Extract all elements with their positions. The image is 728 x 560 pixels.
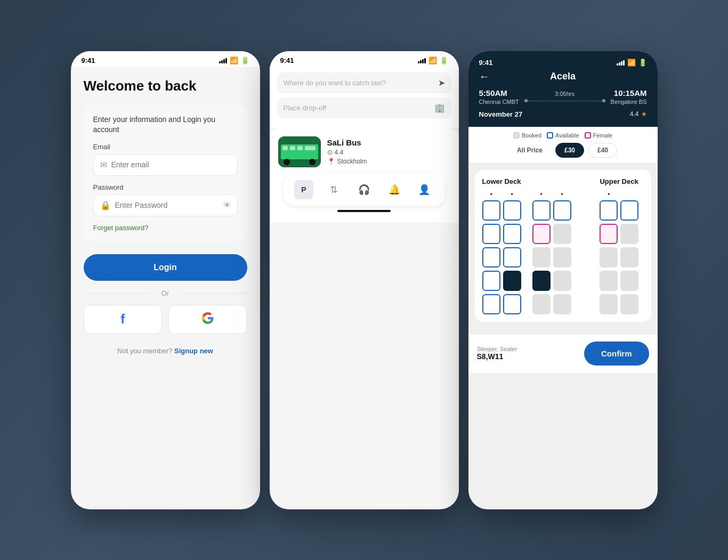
seat-L4A[interactable] — [482, 271, 500, 291]
mid-row-3 — [532, 247, 594, 267]
price-30-btn[interactable]: £30 — [555, 143, 584, 158]
seat-L5B[interactable] — [503, 294, 521, 314]
search-input-wrapper[interactable]: Where do you want to catch taxi? ➤ — [277, 72, 451, 93]
seat-L3B[interactable] — [503, 247, 521, 267]
bus-info-row: SaLi Bus ⊙ 4.4 📍 Stockholm — [278, 136, 450, 167]
lower-deck-section: Lower Deck — [482, 177, 526, 314]
signal-icon-3 — [617, 60, 625, 66]
nav-bell-icon[interactable]: 🔔 — [385, 180, 404, 199]
confirm-button[interactable]: Confirm — [584, 342, 649, 366]
login-button[interactable]: Login — [84, 254, 247, 281]
seat-L4B[interactable] — [503, 271, 521, 291]
duration-line — [524, 99, 605, 102]
or-divider: Or — [84, 289, 247, 297]
seat-U4B — [620, 271, 638, 291]
seat-M3B — [553, 247, 571, 267]
forget-password-link[interactable]: Forget password? — [93, 224, 238, 232]
nav-route-icon[interactable]: ⇅ — [324, 180, 343, 199]
seat-header-row: ← Acela — [479, 71, 647, 82]
dot-2 — [532, 191, 551, 198]
seat-L1A[interactable] — [482, 200, 500, 221]
map-phone: 9:41 📶 🔋 Where do you want to catch taxi… — [270, 51, 459, 509]
dot-spacer-1 — [482, 191, 500, 198]
welcome-title: Welcome to back — [84, 78, 247, 94]
arrive-station: Bengalore BS — [611, 99, 647, 105]
dur-dot-right — [602, 99, 605, 102]
seat-M1A[interactable] — [532, 200, 551, 221]
dropoff-input-wrapper[interactable]: Place drop-off 🏢 — [277, 98, 451, 118]
upper-dot-row — [600, 191, 643, 198]
email-icon: ✉ — [100, 160, 107, 170]
lower-row-4 — [482, 271, 526, 291]
seat-U1A[interactable] — [600, 200, 618, 221]
seat-type-label: Sleeper, Seater — [477, 346, 517, 352]
time-1: 9:41 — [82, 56, 95, 64]
legend-available: Available — [547, 132, 579, 139]
bus-card-rating: ⊙ 4.4 — [327, 149, 450, 156]
bus-card-thumb — [278, 136, 321, 167]
dot-4 — [600, 191, 618, 198]
nav-parking-icon[interactable]: P — [294, 180, 313, 199]
booked-dot — [513, 132, 520, 139]
status-icons-3: 📶 🔋 — [617, 59, 647, 67]
map-bottom-card: SaLi Bus ⊙ 4.4 📍 Stockholm P ⇅ 🎧 🔔 👤 — [270, 128, 459, 223]
google-login-button[interactable] — [168, 305, 247, 334]
facebook-icon: f — [120, 312, 125, 327]
seat-M4B — [553, 271, 571, 291]
seat-M2A[interactable] — [532, 224, 551, 244]
seat-U4A — [600, 271, 618, 291]
seat-L5A[interactable] — [482, 294, 500, 314]
svg-rect-20 — [297, 146, 303, 150]
google-icon — [201, 312, 214, 327]
signup-link[interactable]: Signup new — [174, 347, 213, 355]
depart-station: Chennai CMBT — [479, 99, 519, 105]
nav-person-icon[interactable]: 👤 — [415, 180, 434, 199]
middle-deck-section: X — [532, 177, 594, 314]
email-input[interactable] — [111, 160, 231, 169]
login-content: Welcome to back Enter your information a… — [71, 67, 260, 366]
seat-M2B — [553, 224, 571, 244]
seat-U3B — [620, 247, 638, 267]
lower-row-5 — [482, 294, 526, 314]
seat-M1B[interactable] — [553, 200, 571, 221]
arrive-time: 10:15AM — [611, 88, 647, 98]
svg-rect-19 — [290, 146, 295, 150]
bus-thumb-svg — [278, 136, 321, 167]
seat-M4A[interactable] — [532, 271, 551, 291]
password-input-wrapper[interactable]: 🔒 👁 — [93, 194, 238, 216]
svg-point-22 — [284, 159, 290, 165]
search-placeholder: Where do you want to catch taxi? — [284, 79, 434, 87]
all-price-btn[interactable]: All Price — [508, 143, 551, 157]
seat-L1B[interactable] — [503, 200, 521, 221]
bus-card-location: 📍 Stockholm — [327, 158, 450, 165]
middle-seat-rows — [532, 200, 594, 314]
facebook-login-button[interactable]: f — [84, 305, 163, 334]
social-buttons: f — [84, 305, 247, 334]
back-button[interactable]: ← — [479, 70, 490, 83]
dot-3 — [553, 191, 571, 198]
status-icons-1: 📶 🔋 — [219, 56, 249, 64]
email-input-wrapper[interactable]: ✉ — [93, 154, 238, 176]
seat-L3A[interactable] — [482, 247, 500, 267]
route-info: 5:50AM Chennai CMBT 3:05hrs 10:15AM Beng… — [479, 88, 647, 105]
nav-headset-icon[interactable]: 🎧 — [354, 180, 374, 199]
signal-icon — [219, 58, 227, 63]
up-row-5 — [600, 294, 643, 314]
price-row: All Price £30 £40 — [476, 143, 650, 158]
seat-bottom: Sleeper, Seater S8,W11 Confirm — [468, 334, 658, 373]
mid-row-5 — [532, 294, 594, 314]
status-bar-2: 9:41 📶 🔋 — [270, 51, 459, 67]
eye-icon[interactable]: 👁 — [223, 201, 231, 209]
arrive-block: 10:15AM Bengalore BS — [611, 88, 647, 105]
seat-U2A[interactable] — [600, 224, 618, 244]
seat-L2A[interactable] — [482, 224, 500, 244]
svg-rect-21 — [305, 146, 316, 150]
seat-L2B[interactable] — [503, 224, 521, 244]
seat-U1B[interactable] — [620, 200, 638, 221]
wifi-icon-3: 📶 — [627, 59, 636, 67]
filter-bar: Booked Available Female All Price £30 £4… — [468, 127, 658, 164]
depart-time: 5:50AM — [479, 88, 519, 98]
time-2: 9:41 — [280, 56, 294, 64]
price-40-btn[interactable]: £40 — [588, 143, 617, 158]
password-input[interactable] — [115, 201, 219, 209]
